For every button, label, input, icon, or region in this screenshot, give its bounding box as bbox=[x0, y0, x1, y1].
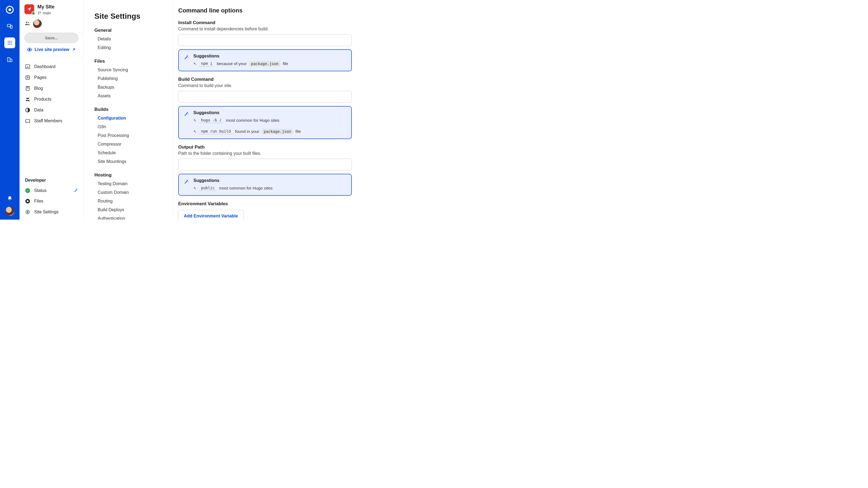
live-preview-link[interactable]: Live site preview bbox=[24, 47, 79, 52]
save-button[interactable]: Save... bbox=[24, 33, 79, 43]
branch-name: main bbox=[43, 11, 51, 15]
settings-item-routing[interactable]: Routing bbox=[94, 197, 164, 205]
svg-point-16 bbox=[38, 12, 38, 12]
suggestion-file: package.json bbox=[249, 61, 280, 66]
add-env-var-button[interactable]: Add Environment Variable bbox=[178, 210, 244, 220]
rail-apps-icon[interactable] bbox=[4, 37, 15, 48]
apply-arrow-icon: ↖ bbox=[193, 186, 197, 190]
settings-title: Site Settings bbox=[94, 12, 164, 21]
suggestions-box: Suggestions ↖publicmost common for Hugo … bbox=[178, 174, 352, 196]
suggestion-code[interactable]: hugo -b / bbox=[199, 118, 223, 123]
pages-icon bbox=[25, 75, 30, 80]
main-panel: Command line options Install Command Com… bbox=[173, 0, 391, 220]
status-ok-icon: ✓ bbox=[25, 188, 30, 193]
suggestion-row[interactable]: ↖hugo -b /most common for Hugo sites bbox=[193, 117, 346, 124]
dev-item-label: Files bbox=[34, 199, 43, 204]
svg-point-9 bbox=[9, 42, 10, 43]
suggestion-reason-suffix: file bbox=[283, 61, 288, 66]
settings-group-title: Hosting bbox=[94, 172, 164, 178]
output-path-input[interactable] bbox=[178, 159, 352, 170]
team-avatar bbox=[33, 20, 42, 28]
nav-list: DashboardPagesBlogProductsDataStaff Memb… bbox=[20, 58, 83, 130]
wand-icon bbox=[184, 178, 189, 191]
build-command-input[interactable] bbox=[178, 91, 352, 103]
settings-item-custom-domain[interactable]: Custom Domain bbox=[94, 188, 164, 197]
nav-item-dashboard[interactable]: Dashboard bbox=[20, 61, 83, 72]
field-install-command: Install Command Command to install depen… bbox=[178, 20, 382, 71]
suggestions-title: Suggestions bbox=[193, 54, 346, 59]
settings-item-assets[interactable]: Assets bbox=[94, 92, 164, 100]
suggestion-code[interactable]: public bbox=[199, 185, 216, 191]
suggestion-reason: found in your bbox=[235, 129, 259, 134]
dev-item-status[interactable]: ✓Status bbox=[20, 186, 83, 196]
nav-item-label: Blog bbox=[34, 86, 43, 91]
dev-item-label: Status bbox=[34, 188, 46, 193]
notifications-icon[interactable] bbox=[7, 196, 12, 202]
site-header: My SIte main bbox=[20, 0, 83, 18]
branch-row[interactable]: main bbox=[37, 11, 55, 15]
nav-item-label: Dashboard bbox=[34, 64, 55, 69]
nav-item-products[interactable]: Products bbox=[20, 94, 83, 105]
suggestion-row[interactable]: ↖npm ibecause of yourpackage.jsonfile bbox=[193, 60, 346, 67]
settings-icon bbox=[25, 209, 30, 215]
svg-point-1 bbox=[8, 8, 11, 11]
wand-icon bbox=[184, 54, 189, 67]
panel-title: Command line options bbox=[178, 7, 382, 14]
field-help: Path to the folder containing your built… bbox=[178, 151, 382, 156]
dev-item-settings[interactable]: Site Settings bbox=[20, 206, 83, 218]
suggestions-box: Suggestions ↖hugo -b /most common for Hu… bbox=[178, 106, 352, 139]
settings-item-source-syncing[interactable]: Source Syncing bbox=[94, 66, 164, 74]
settings-group-title: Files bbox=[94, 59, 164, 64]
live-preview-label: Live site preview bbox=[34, 47, 69, 52]
dev-item-files[interactable]: Files bbox=[20, 196, 83, 206]
install-command-input[interactable] bbox=[178, 34, 352, 46]
user-avatar[interactable] bbox=[5, 206, 14, 216]
suggestion-row[interactable]: ↖publicmost common for Hugo sites bbox=[193, 185, 346, 191]
suggestion-file: package.json bbox=[262, 129, 293, 134]
settings-item-schedule[interactable]: Schedule bbox=[94, 149, 164, 157]
nav-item-pages[interactable]: Pages bbox=[20, 72, 83, 83]
settings-nav: Site Settings GeneralDetailsEditingFiles… bbox=[84, 0, 173, 220]
nav-item-blog[interactable]: Blog bbox=[20, 83, 83, 94]
wand-icon bbox=[73, 188, 79, 194]
suggestion-code[interactable]: npm run build bbox=[199, 129, 232, 134]
svg-point-17 bbox=[38, 13, 38, 14]
suggestion-code[interactable]: npm i bbox=[199, 61, 214, 66]
settings-item-backups[interactable]: Backups bbox=[94, 83, 164, 92]
settings-item-testing-domain[interactable]: Testing Domain bbox=[94, 180, 164, 188]
settings-item-compressor[interactable]: Compressor bbox=[94, 140, 164, 149]
svg-point-20 bbox=[28, 22, 29, 23]
nav-item-label: Products bbox=[34, 97, 51, 102]
nav-item-staff[interactable]: Staff Members bbox=[20, 116, 83, 126]
settings-item-details[interactable]: Details bbox=[94, 35, 164, 43]
add-env-var-label: Add Environment Variable bbox=[184, 214, 238, 219]
field-help: Command to install dependencies before b… bbox=[178, 27, 382, 31]
settings-item-build-deploys[interactable]: Build Deploys bbox=[94, 205, 164, 214]
suggestion-row[interactable]: ↖npm run buildfound in yourpackage.jsonf… bbox=[193, 128, 346, 135]
suggestions-box: Suggestions ↖npm ibecause of yourpackage… bbox=[178, 50, 352, 71]
apply-arrow-icon: ↖ bbox=[193, 62, 197, 66]
rail-org-icon[interactable] bbox=[4, 54, 15, 65]
settings-item-publishing[interactable]: Publishing bbox=[94, 74, 164, 83]
apply-arrow-icon: ↖ bbox=[193, 118, 197, 123]
settings-item-i18n[interactable]: I18n bbox=[94, 123, 164, 131]
nav-item-data[interactable]: Data bbox=[20, 105, 83, 116]
rail-devices-icon[interactable] bbox=[4, 21, 15, 31]
suggestion-reason: because of your bbox=[217, 61, 247, 66]
settings-item-post-processing[interactable]: Post Processing bbox=[94, 131, 164, 140]
external-link-icon bbox=[72, 47, 76, 52]
svg-point-27 bbox=[27, 98, 29, 99]
dev-item-label: Site Settings bbox=[34, 209, 59, 215]
settings-item-editing[interactable]: Editing bbox=[94, 43, 164, 52]
settings-item-authentication[interactable]: Authentication bbox=[94, 214, 164, 220]
team-icon bbox=[24, 20, 30, 27]
settings-group-title: Builds bbox=[94, 107, 164, 112]
settings-item-site-mountings[interactable]: Site Mountings bbox=[94, 157, 164, 166]
settings-item-configuration[interactable]: Configuration bbox=[94, 114, 164, 123]
eye-icon bbox=[27, 47, 32, 52]
team-row[interactable] bbox=[20, 18, 83, 33]
field-output-path: Output Path Path to the folder containin… bbox=[178, 144, 382, 196]
status-icon: ✓ bbox=[25, 188, 30, 193]
svg-rect-15 bbox=[10, 59, 12, 62]
site-icon bbox=[24, 4, 34, 14]
